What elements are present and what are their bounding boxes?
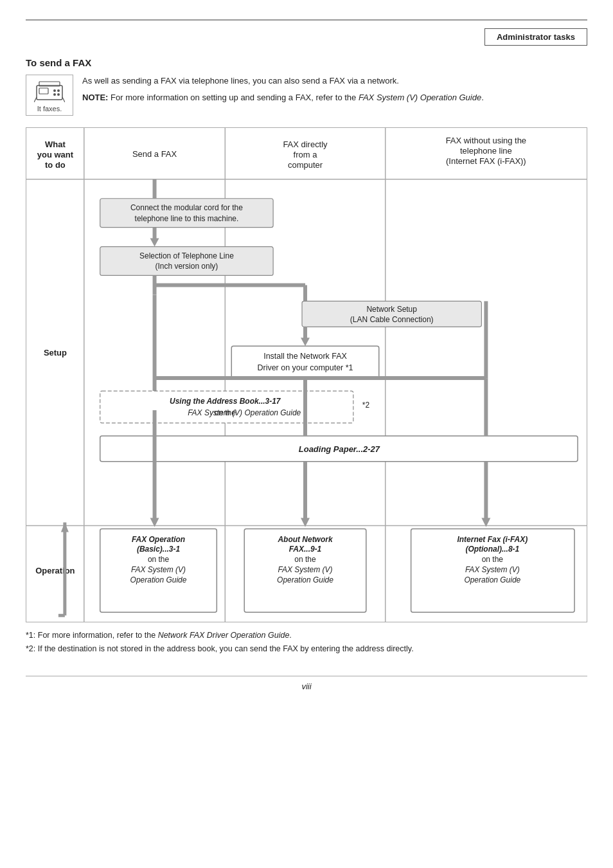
svg-text:Send a FAX: Send a FAX bbox=[132, 149, 177, 159]
svg-text:Driver on your computer  *1: Driver on your computer *1 bbox=[258, 363, 353, 372]
svg-text:Operation Guide: Operation Guide bbox=[130, 575, 187, 584]
svg-text:About Network: About Network bbox=[277, 535, 333, 544]
svg-text:on the: on the bbox=[482, 555, 504, 564]
svg-text:FAX...9-1: FAX...9-1 bbox=[289, 545, 322, 554]
note-text: NOTE: For more information on setting up… bbox=[82, 91, 587, 104]
note-italic: FAX System (V) Operation Guide bbox=[359, 93, 481, 102]
svg-text:on the: on the bbox=[148, 555, 170, 564]
svg-text:FAX without using the: FAX without using the bbox=[446, 136, 526, 145]
svg-text:FAX System (V) Operation Guide: FAX System (V) Operation Guide bbox=[188, 408, 301, 417]
svg-marker-31 bbox=[150, 239, 159, 247]
fax-icon-box: It faxes. bbox=[26, 75, 73, 116]
note-body: For more information on setting up and s… bbox=[108, 93, 359, 102]
intro-line: As well as sending a FAX via telephone l… bbox=[82, 75, 587, 87]
admin-badge: Administrator tasks bbox=[484, 28, 587, 46]
svg-text:Setup: Setup bbox=[44, 348, 67, 357]
flow-diagram-svg: What you want to do Send a FAX FAX direc… bbox=[26, 128, 587, 622]
svg-text:you want: you want bbox=[37, 150, 74, 159]
svg-text:Loading Paper...2-27: Loading Paper...2-27 bbox=[299, 444, 380, 454]
svg-text:FAX System (V): FAX System (V) bbox=[465, 565, 520, 574]
svg-rect-49 bbox=[100, 391, 353, 423]
note-end: . bbox=[481, 93, 484, 102]
svg-text:Operation Guide: Operation Guide bbox=[277, 575, 333, 584]
svg-text:Install the Network FAX: Install the Network FAX bbox=[263, 352, 347, 361]
svg-text:Using the Address Book...3-17: Using the Address Book...3-17 bbox=[170, 397, 281, 406]
svg-text:Operation: Operation bbox=[35, 566, 75, 575]
svg-rect-43 bbox=[231, 346, 378, 378]
svg-text:FAX Operation: FAX Operation bbox=[132, 535, 185, 544]
footnote-2: *2: If the destination is not stored in … bbox=[26, 642, 587, 656]
svg-text:(Internet FAX (i-FAX)): (Internet FAX (i-FAX)) bbox=[446, 156, 526, 166]
svg-text:on the: on the bbox=[294, 555, 316, 564]
section-title: To send a FAX bbox=[26, 57, 587, 68]
fn1-italic: Network FAX Driver Operation Guide bbox=[158, 631, 290, 640]
svg-text:Internet Fax (i-FAX): Internet Fax (i-FAX) bbox=[457, 535, 528, 544]
footnote-1: *1: For more information, refer to the N… bbox=[26, 629, 587, 642]
top-rule bbox=[26, 19, 587, 21]
fax-icon-label: It faxes. bbox=[37, 105, 62, 113]
svg-text:(Inch version only): (Inch version only) bbox=[155, 262, 218, 271]
svg-text:computer: computer bbox=[288, 160, 323, 170]
svg-text:telephone line: telephone line bbox=[460, 146, 512, 156]
footnotes: *1: For more information, refer to the N… bbox=[26, 629, 587, 656]
svg-text:(Optional)...8-1: (Optional)...8-1 bbox=[465, 545, 519, 554]
svg-marker-42 bbox=[301, 338, 310, 346]
note-label: NOTE: bbox=[82, 93, 108, 102]
page-number: viii bbox=[0, 682, 613, 691]
svg-point-5 bbox=[57, 93, 60, 96]
intro-text: As well as sending a FAX via telephone l… bbox=[82, 75, 587, 104]
svg-line-7 bbox=[34, 97, 37, 102]
svg-text:(LAN Cable Connection): (LAN Cable Connection) bbox=[350, 315, 434, 324]
svg-text:(Basic)...3-1: (Basic)...3-1 bbox=[137, 545, 181, 554]
svg-text:Network Setup: Network Setup bbox=[366, 305, 417, 314]
intro-block: It faxes. As well as sending a FAX via t… bbox=[26, 75, 587, 116]
svg-text:*2: *2 bbox=[362, 401, 370, 410]
admin-badge-row: Administrator tasks bbox=[26, 28, 587, 46]
svg-rect-0 bbox=[37, 86, 62, 100]
svg-text:to do: to do bbox=[45, 160, 66, 170]
svg-point-4 bbox=[53, 93, 56, 96]
svg-text:Operation Guide: Operation Guide bbox=[464, 575, 520, 584]
fax-machine-icon bbox=[34, 79, 65, 102]
svg-point-3 bbox=[57, 89, 60, 92]
svg-text:Connect the modular cord for t: Connect the modular cord for the bbox=[130, 203, 243, 212]
svg-text:Selection of Telephone Line: Selection of Telephone Line bbox=[139, 251, 234, 260]
svg-text:from a: from a bbox=[294, 150, 318, 159]
page-container: Administrator tasks To send a FAX It fax… bbox=[0, 19, 613, 868]
diagram-container: What you want to do Send a FAX FAX direc… bbox=[26, 127, 587, 622]
svg-text:What: What bbox=[45, 140, 66, 149]
bottom-rule bbox=[26, 676, 587, 676]
svg-rect-1 bbox=[39, 88, 48, 94]
svg-text:FAX System (V): FAX System (V) bbox=[278, 565, 333, 574]
svg-text:telephone line to this machine: telephone line to this machine. bbox=[135, 214, 239, 223]
svg-point-2 bbox=[53, 89, 56, 92]
svg-line-8 bbox=[62, 97, 65, 102]
svg-text:FAX directly: FAX directly bbox=[283, 140, 328, 149]
svg-text:FAX System (V): FAX System (V) bbox=[131, 565, 186, 574]
